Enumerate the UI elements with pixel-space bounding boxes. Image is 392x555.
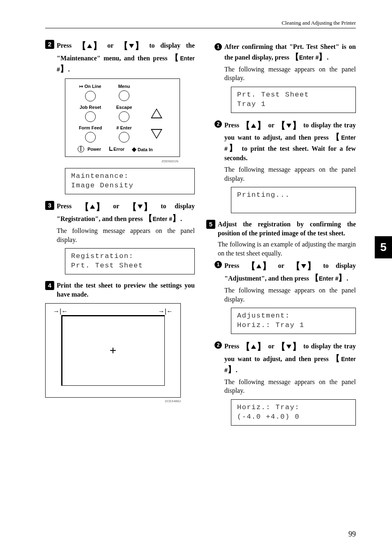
step-number-3: 3 bbox=[45, 201, 54, 210]
lcd1-line2: Image Density bbox=[71, 181, 189, 191]
panel-datain-label: Data In bbox=[138, 147, 153, 152]
lcd-display-1: Maintenance: Image Density bbox=[65, 168, 195, 194]
lcd-display-6: Horiz.: Tray: (-4.0 +4.0) 0 bbox=[231, 399, 356, 426]
panel-escape-label: Escape bbox=[116, 105, 132, 110]
step2-text-a: Press bbox=[57, 42, 77, 49]
sub2-body: The following message appears on the pan… bbox=[224, 165, 356, 183]
sub1-body: The following message appears on the pan… bbox=[224, 65, 356, 83]
step2-text-b: or bbox=[102, 42, 119, 49]
panel-online-label: On Line bbox=[85, 84, 101, 89]
substep-5-1: 1 Press 【】 or 【】 to display "Adjustment"… bbox=[214, 260, 356, 283]
step-5: 5 Adjust the registration by confirming … bbox=[206, 220, 356, 237]
step5-body: The following is an example of adjusting… bbox=[218, 240, 356, 258]
lcd1-line1: Maintenance: bbox=[71, 172, 189, 181]
sub1-text-a: After confirming that "Prt. Test Sheet" … bbox=[224, 43, 356, 61]
down-arrow-key: 【】 bbox=[128, 201, 152, 213]
step-2: 2 Press 【】 or 【】 to display the "Mainten… bbox=[45, 40, 195, 74]
panel-menu-label: Menu bbox=[118, 84, 130, 89]
left-column: 2 Press 【】 or 【】 to display the "Mainten… bbox=[45, 40, 195, 432]
step-number-4: 4 bbox=[45, 281, 54, 290]
lcd3-line2: Tray 1 bbox=[237, 100, 350, 109]
step-number-2: 2 bbox=[45, 40, 54, 49]
lcd4-line1: Printing... bbox=[237, 191, 350, 200]
down-arrow-key: 【】 bbox=[119, 40, 144, 52]
step3-text-b: or bbox=[105, 203, 128, 210]
step-3: 3 Press 【】 or 【】 to display "Registratio… bbox=[45, 201, 195, 224]
sub5b-text-a: Press bbox=[224, 343, 241, 350]
step3-body: The following message appears on the pan… bbox=[57, 226, 195, 244]
arrow-right-icon: →|← bbox=[158, 308, 173, 315]
sub2-text-d: to print the test sheet. Wait for a few … bbox=[224, 145, 356, 161]
test-sheet-illustration: →|← →|← + bbox=[45, 303, 181, 398]
up-arrow-key: 【】 bbox=[241, 120, 266, 132]
down-arrow-key: 【】 bbox=[291, 260, 316, 272]
step3-text-a: Press bbox=[57, 203, 80, 210]
lcd-display-5: Adjustment: Horiz.: Tray 1 bbox=[231, 308, 356, 334]
substep-4-2: 2 Press 【】 or 【】 to display the tray you… bbox=[214, 120, 356, 163]
up-arrow-key: 【】 bbox=[241, 341, 266, 353]
sub2-text-b: or bbox=[266, 121, 276, 128]
substep-number-2: 2 bbox=[214, 120, 222, 128]
sub5b-text-b: or bbox=[266, 343, 276, 350]
right-column: 1 After confirming that "Prt. Test Sheet… bbox=[206, 40, 356, 432]
step-4: 4 Print the test sheet to preview the se… bbox=[45, 281, 195, 299]
panel-formfeed-label: Form Feed bbox=[79, 125, 102, 130]
substep-number-2b: 2 bbox=[214, 341, 222, 349]
enter-key-label: Enter # bbox=[319, 275, 338, 282]
substep-number-1b: 1 bbox=[214, 261, 222, 268]
enter-key-label: Enter # bbox=[152, 216, 172, 222]
down-arrow-key: 【】 bbox=[277, 120, 301, 132]
arrow-left-icon: →|← bbox=[53, 308, 68, 315]
power-icon bbox=[78, 146, 84, 152]
panel-enter-label: Enter bbox=[120, 125, 132, 130]
enter-key-label: Enter # bbox=[299, 54, 318, 61]
panel-power-label: Power bbox=[88, 147, 101, 152]
lcd6-line1: Horiz.: Tray: bbox=[237, 403, 350, 412]
error-icon bbox=[109, 147, 113, 151]
sub5a-text-b: or bbox=[271, 262, 292, 269]
lcd-display-2: Registration: Prt. Test Sheet bbox=[65, 248, 195, 274]
panel-image-id: ZDDS021N bbox=[45, 159, 178, 163]
step4-text: Print the test sheet to preview the sett… bbox=[57, 282, 195, 298]
control-panel-illustration: ↦ On Line Menu Job Reset Escape Form Fee… bbox=[65, 78, 180, 157]
header-rule bbox=[45, 28, 356, 28]
step-number-5: 5 bbox=[206, 220, 215, 229]
panel-error-label: Error bbox=[113, 147, 125, 152]
step5-text: Adjust the registration by confirming th… bbox=[218, 221, 356, 237]
substep-4-1: 1 After confirming that "Prt. Test Sheet… bbox=[214, 42, 356, 62]
sub2-text-a: Press bbox=[224, 121, 241, 128]
lcd2-line1: Registration: bbox=[71, 252, 189, 261]
chapter-tab: 5 bbox=[375, 236, 392, 258]
header-section: Cleaning and Adjusting the Printer bbox=[45, 20, 356, 28]
up-arrow-key: 【】 bbox=[77, 40, 102, 52]
lcd6-line2: (-4.0 +4.0) 0 bbox=[237, 412, 350, 422]
lcd-display-4: Printing... bbox=[231, 187, 356, 213]
up-arrow-key: 【】 bbox=[247, 260, 271, 272]
substep-5-2: 2 Press 【】 or 【】 to display the tray you… bbox=[214, 341, 356, 375]
lcd5-line2: Horiz.: Tray 1 bbox=[237, 321, 350, 330]
crosshair-icon: + bbox=[110, 344, 116, 357]
substep-number-1: 1 bbox=[214, 43, 222, 51]
testsheet-image-id: ZCEX480J bbox=[45, 399, 181, 403]
lcd5-line1: Adjustment: bbox=[237, 311, 350, 321]
sub5b-body: The following message appears on the pan… bbox=[224, 378, 356, 395]
page-number: 99 bbox=[348, 530, 356, 539]
sub5a-body: The following message appears on the pan… bbox=[224, 286, 356, 304]
panel-jobreset-label: Job Reset bbox=[80, 105, 101, 110]
lcd3-line1: Prt. Test Sheet bbox=[237, 90, 350, 100]
up-arrow-key: 【】 bbox=[80, 201, 105, 213]
sub5a-text-a: Press bbox=[224, 262, 247, 269]
down-arrow-key: 【】 bbox=[277, 341, 301, 353]
lcd-display-3: Prt. Test Sheet Tray 1 bbox=[231, 87, 356, 113]
lcd2-line2: Prt. Test Sheet bbox=[71, 261, 189, 271]
datain-icon: ◆ bbox=[132, 146, 136, 152]
